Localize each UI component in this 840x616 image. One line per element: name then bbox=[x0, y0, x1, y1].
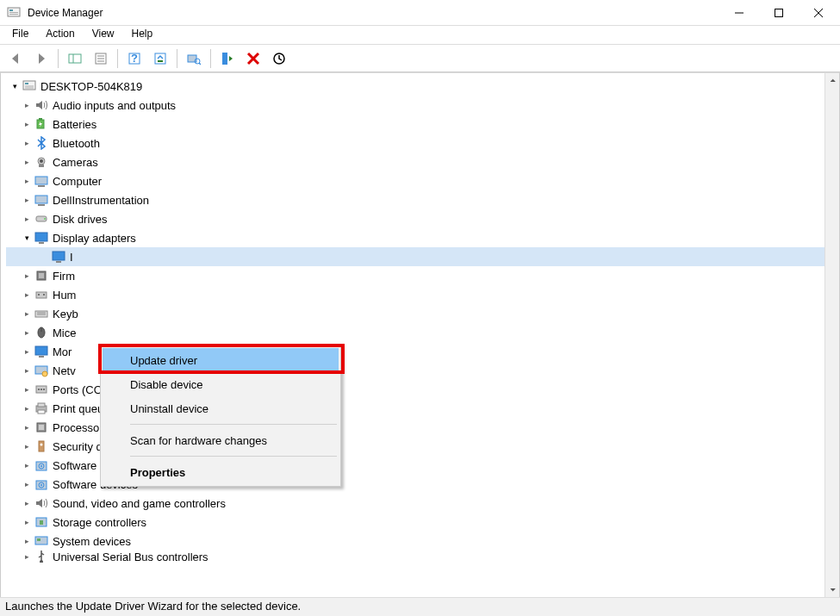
tree-node[interactable]: ▸Audio inputs and outputs bbox=[6, 96, 839, 115]
tree-node-label: Display adapters bbox=[53, 232, 136, 245]
toolbar-separator bbox=[117, 49, 118, 68]
tree-node[interactable]: ▸Cameras bbox=[6, 152, 839, 171]
menu-view[interactable]: View bbox=[84, 26, 123, 44]
scroll-up-icon[interactable]: ⏶ bbox=[825, 73, 840, 88]
context-menu: Update driverDisable deviceUninstall dev… bbox=[100, 345, 341, 487]
tree-node[interactable]: ▸Universal Serial Bus controllers bbox=[6, 551, 839, 563]
expand-icon[interactable]: ▸ bbox=[22, 518, 32, 526]
expand-icon[interactable]: ▸ bbox=[22, 480, 32, 488]
expand-icon[interactable]: ▸ bbox=[22, 271, 32, 280]
toolbar-separator bbox=[58, 49, 59, 68]
tree-node[interactable]: ▸Sound, video and game controllers bbox=[6, 494, 839, 513]
tree-node-label: Cameras bbox=[53, 156, 98, 169]
svg-rect-3 bbox=[9, 14, 18, 15]
scan-hardware-button[interactable] bbox=[182, 47, 206, 70]
context-menu-item[interactable]: Uninstall device bbox=[103, 396, 339, 420]
expand-icon[interactable]: ▸ bbox=[22, 347, 32, 356]
svg-rect-1 bbox=[9, 9, 13, 11]
expand-icon[interactable]: ▸ bbox=[22, 404, 32, 413]
svg-rect-66 bbox=[39, 441, 44, 451]
root-icon bbox=[22, 78, 37, 94]
svg-point-38 bbox=[44, 218, 46, 220]
collapse-icon[interactable]: ▾ bbox=[9, 82, 20, 90]
expand-icon[interactable]: ▸ bbox=[22, 120, 32, 128]
expand-icon[interactable]: ▸ bbox=[22, 442, 32, 451]
tree-node[interactable]: ▸Batteries bbox=[6, 115, 839, 134]
enable-device-button[interactable] bbox=[215, 47, 240, 70]
tree-node[interactable]: I bbox=[6, 247, 839, 266]
svg-point-73 bbox=[40, 484, 42, 486]
tree-node[interactable]: ▸Keyb bbox=[6, 304, 839, 323]
device-tree[interactable]: ▾DESKTOP-504K819▸Audio inputs and output… bbox=[1, 73, 839, 563]
computer-icon bbox=[34, 173, 49, 189]
svg-point-31 bbox=[40, 159, 43, 163]
expand-icon[interactable]: ▸ bbox=[22, 101, 32, 109]
expand-icon[interactable]: ▸ bbox=[22, 328, 32, 337]
svg-point-70 bbox=[40, 465, 42, 467]
svg-rect-42 bbox=[56, 261, 61, 263]
tree-node[interactable]: ▸Bluetooth bbox=[6, 134, 839, 152]
printer-icon bbox=[34, 401, 49, 416]
monitor-icon bbox=[34, 230, 49, 246]
properties-button[interactable] bbox=[89, 47, 113, 70]
show-hide-tree-button[interactable] bbox=[63, 47, 87, 70]
expand-icon[interactable]: ▸ bbox=[22, 385, 32, 394]
context-menu-item[interactable]: Properties bbox=[103, 460, 339, 484]
expand-icon[interactable]: ▸ bbox=[22, 309, 32, 318]
expand-icon[interactable]: ▸ bbox=[22, 139, 32, 147]
context-menu-item[interactable]: Scan for hardware changes bbox=[103, 428, 339, 452]
expand-icon[interactable]: ▸ bbox=[22, 461, 32, 470]
context-menu-item[interactable]: Disable device bbox=[103, 372, 339, 396]
tree-node[interactable]: ▾Display adapters bbox=[6, 228, 839, 247]
svg-rect-20 bbox=[222, 53, 227, 65]
tree-node-label: Keyb bbox=[53, 308, 78, 320]
svg-rect-8 bbox=[69, 54, 81, 63]
expand-icon[interactable]: ▸ bbox=[22, 552, 32, 561]
back-button[interactable] bbox=[3, 47, 28, 70]
expand-icon[interactable]: ▸ bbox=[22, 499, 32, 507]
expand-icon[interactable]: ▸ bbox=[22, 196, 32, 204]
menu-help[interactable]: Help bbox=[123, 26, 162, 44]
expand-icon[interactable]: ▸ bbox=[22, 158, 32, 166]
tree-node[interactable]: ▸Storage controllers bbox=[6, 513, 839, 532]
maximize-button[interactable] bbox=[759, 0, 799, 26]
tree-node[interactable]: ▸Computer bbox=[6, 171, 839, 190]
tree-node[interactable]: ▸Mice bbox=[6, 323, 839, 342]
expand-icon[interactable]: ▸ bbox=[22, 290, 32, 299]
update-button[interactable] bbox=[148, 47, 172, 70]
svg-rect-45 bbox=[36, 292, 47, 298]
scroll-down-icon[interactable]: ⏷ bbox=[825, 582, 840, 597]
tree-node[interactable]: ▸DellInstrumentation bbox=[6, 190, 839, 209]
tree-node-label: System devices bbox=[53, 535, 131, 548]
svg-point-47 bbox=[43, 294, 45, 296]
expand-icon[interactable]: ▸ bbox=[22, 537, 32, 545]
tree-node[interactable]: ▸Disk drives bbox=[6, 209, 839, 228]
toolbar-separator bbox=[210, 49, 211, 68]
toolbar: ? bbox=[0, 45, 840, 72]
uninstall-device-button[interactable] bbox=[241, 47, 265, 70]
tree-node[interactable]: ▸System devices bbox=[6, 532, 839, 551]
forward-button[interactable] bbox=[29, 47, 53, 70]
usb-icon bbox=[34, 551, 49, 563]
tree-node[interactable]: ▾DESKTOP-504K819 bbox=[6, 77, 839, 96]
menu-file[interactable]: File bbox=[3, 26, 37, 44]
tree-node[interactable]: ▸Firm bbox=[6, 266, 839, 285]
context-menu-item[interactable]: Update driver bbox=[103, 348, 339, 372]
close-button[interactable] bbox=[799, 0, 838, 26]
help-button[interactable]: ? bbox=[122, 47, 146, 70]
disable-device-button[interactable] bbox=[267, 47, 291, 70]
vertical-scrollbar[interactable]: ⏶ ⏷ bbox=[824, 73, 839, 597]
expand-icon[interactable]: ▸ bbox=[22, 177, 32, 185]
collapse-icon[interactable]: ▾ bbox=[22, 233, 32, 242]
svg-point-46 bbox=[38, 294, 40, 296]
expand-icon[interactable]: ▸ bbox=[22, 215, 32, 223]
minimize-button[interactable] bbox=[719, 0, 759, 26]
svg-rect-36 bbox=[38, 204, 45, 206]
menu-action[interactable]: Action bbox=[37, 26, 83, 44]
software-icon bbox=[34, 457, 49, 473]
svg-rect-41 bbox=[53, 252, 65, 260]
expand-icon[interactable]: ▸ bbox=[22, 366, 32, 375]
tree-node[interactable]: ▸Hum bbox=[6, 285, 839, 304]
svg-rect-29 bbox=[39, 118, 42, 120]
expand-icon[interactable]: ▸ bbox=[22, 423, 32, 432]
